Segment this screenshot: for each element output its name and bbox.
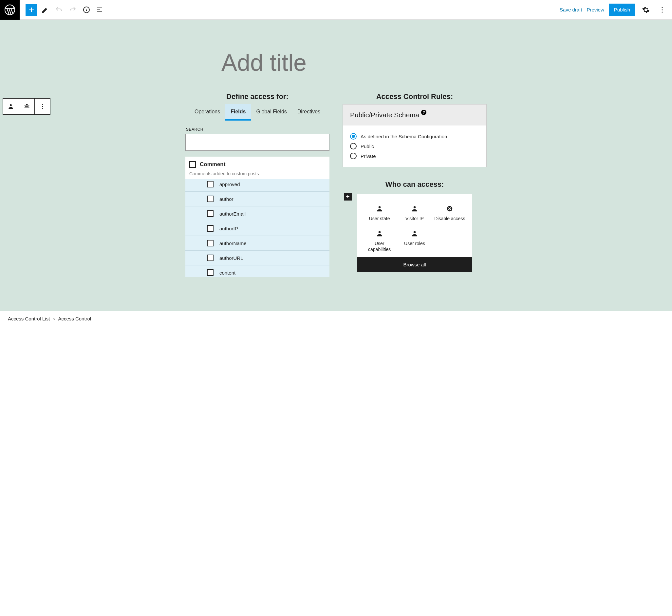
field-checkbox[interactable] <box>207 196 214 202</box>
access-item-user-capabilities[interactable]: User capabilities <box>363 228 396 254</box>
browse-all-button[interactable]: Browse all <box>357 257 472 272</box>
field-item[interactable]: authorIP <box>185 221 329 236</box>
field-checkbox[interactable] <box>207 254 214 261</box>
radio-label: Public <box>361 143 374 149</box>
field-name: author <box>219 196 233 202</box>
svg-point-8 <box>42 108 43 109</box>
align-button[interactable] <box>19 99 34 114</box>
access-item-disable-access[interactable]: Disable access <box>433 203 467 223</box>
field-checkbox[interactable] <box>207 269 214 276</box>
radio-option[interactable]: Public <box>350 141 479 151</box>
who-heading: Who can access: <box>343 180 487 189</box>
svg-point-0 <box>5 5 15 15</box>
svg-point-10 <box>414 206 416 208</box>
svg-point-4 <box>662 11 663 12</box>
svg-point-9 <box>378 206 380 208</box>
rules-heading: Access Control Rules: <box>343 92 487 101</box>
svg-point-7 <box>42 106 43 107</box>
radio-icon <box>350 143 357 149</box>
redo-button[interactable] <box>67 4 79 16</box>
access-label: Disable access <box>434 215 465 221</box>
access-label: Visitor IP <box>405 215 424 221</box>
edit-icon[interactable] <box>39 4 51 16</box>
radio-option[interactable]: Private <box>350 151 479 161</box>
block-toolbar <box>3 98 50 115</box>
field-checkbox[interactable] <box>207 210 214 217</box>
save-draft-button[interactable]: Save draft <box>560 7 582 12</box>
outline-button[interactable] <box>94 4 106 16</box>
breadcrumb-item[interactable]: Access Control List <box>8 316 50 322</box>
post-title-input[interactable] <box>221 49 451 76</box>
settings-button[interactable] <box>640 4 652 16</box>
group-description: Comments added to custom posts <box>189 171 326 176</box>
svg-point-13 <box>414 231 416 233</box>
radio-option[interactable]: As defined in the Schema Configuration <box>350 131 479 141</box>
field-item[interactable]: author <box>185 192 329 206</box>
tab-fields[interactable]: Fields <box>225 104 251 121</box>
wordpress-logo[interactable] <box>0 0 20 20</box>
field-name: authorEmail <box>219 211 246 216</box>
tab-directives[interactable]: Directives <box>292 104 326 121</box>
field-item[interactable]: approved <box>185 179 329 192</box>
access-tabs: OperationsFieldsGlobal FieldsDirectives <box>185 104 329 121</box>
chevron-right-icon: › <box>53 316 55 322</box>
svg-point-2 <box>662 7 663 8</box>
svg-point-6 <box>42 104 43 105</box>
access-label: User roles <box>404 240 425 246</box>
field-item[interactable]: content <box>185 265 329 277</box>
field-checkbox[interactable] <box>207 240 214 246</box>
add-rule-button[interactable] <box>344 193 352 200</box>
field-checkbox[interactable] <box>207 181 214 187</box>
breadcrumb: Access Control List › Access Control <box>0 311 672 326</box>
svg-point-5 <box>10 104 12 106</box>
field-name: content <box>219 270 235 275</box>
radio-label: As defined in the Schema Configuration <box>361 134 447 139</box>
field-item[interactable]: authorName <box>185 236 329 251</box>
help-icon[interactable]: ? <box>421 110 426 115</box>
block-type-icon[interactable] <box>3 99 19 114</box>
more-button[interactable] <box>656 4 668 16</box>
info-button[interactable] <box>81 4 92 16</box>
tab-global-fields[interactable]: Global Fields <box>251 104 292 121</box>
radio-icon <box>350 153 357 159</box>
publish-button[interactable]: Publish <box>609 4 635 16</box>
radio-icon <box>350 133 357 140</box>
field-name: approved <box>219 181 240 187</box>
rule-title: Public/Private Schema <box>350 111 419 119</box>
field-item[interactable]: authorURL <box>185 251 329 265</box>
undo-button[interactable] <box>53 4 65 16</box>
access-label: User capabilities <box>363 240 396 252</box>
field-name: authorIP <box>219 226 238 231</box>
field-name: authorURL <box>219 255 243 261</box>
add-block-button[interactable] <box>26 4 37 16</box>
field-item[interactable]: authorEmail <box>185 206 329 221</box>
preview-button[interactable]: Preview <box>587 7 604 12</box>
svg-point-3 <box>662 9 663 10</box>
field-name: authorName <box>219 240 247 246</box>
block-more-button[interactable] <box>34 99 50 114</box>
group-checkbox[interactable] <box>189 161 196 168</box>
access-item-user-roles[interactable]: User roles <box>398 228 431 254</box>
tab-operations[interactable]: Operations <box>189 104 225 121</box>
radio-label: Private <box>361 153 376 159</box>
access-item-visitor-ip[interactable]: Visitor IP <box>398 203 431 223</box>
group-title: Comment <box>200 161 225 168</box>
search-input[interactable] <box>185 134 329 151</box>
field-checkbox[interactable] <box>207 225 214 232</box>
search-label: SEARCH <box>186 127 329 132</box>
access-label: User state <box>369 215 390 221</box>
breadcrumb-item[interactable]: Access Control <box>58 316 91 322</box>
svg-point-12 <box>378 231 380 233</box>
define-access-heading: Define access for: <box>185 92 329 101</box>
access-item-user-state[interactable]: User state <box>363 203 396 223</box>
